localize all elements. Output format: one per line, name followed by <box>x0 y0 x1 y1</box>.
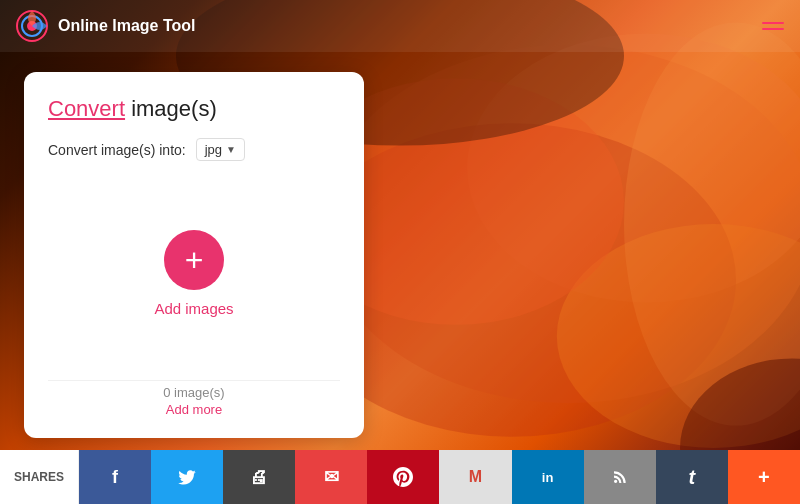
share-pinterest-button[interactable] <box>367 450 439 504</box>
share-facebook-button[interactable]: f <box>79 450 151 504</box>
share-rss-button[interactable] <box>584 450 656 504</box>
format-dropdown[interactable]: jpg ▼ <box>196 138 245 161</box>
share-bar: SHARES f 🖨 ✉ M in t + <box>0 450 800 504</box>
upload-area: + Add images <box>48 177 340 360</box>
header-left: Online Image Tool <box>16 10 196 42</box>
share-tumblr-button[interactable]: t <box>656 450 728 504</box>
share-gmail-button[interactable]: M <box>439 450 511 504</box>
share-twitter-button[interactable] <box>151 450 223 504</box>
share-print-button[interactable]: 🖨 <box>223 450 295 504</box>
card-title: Convert image(s) <box>48 96 340 122</box>
share-more-button[interactable]: + <box>728 450 800 504</box>
add-more-link[interactable]: Add more <box>166 402 222 417</box>
share-linkedin-button[interactable]: in <box>512 450 584 504</box>
dropdown-arrow-icon: ▼ <box>226 144 236 155</box>
image-count: 0 image(s) <box>48 385 340 400</box>
share-email-button[interactable]: ✉ <box>295 450 367 504</box>
add-images-button[interactable]: + <box>164 230 224 290</box>
format-value: jpg <box>205 142 222 157</box>
hamburger-line-2 <box>762 28 784 30</box>
header-title: Online Image Tool <box>58 17 196 35</box>
add-images-label: Add images <box>154 300 233 317</box>
card-title-rest: image(s) <box>125 96 217 121</box>
convert-card: Convert image(s) Convert image(s) into: … <box>24 72 364 438</box>
header: Online Image Tool <box>0 0 800 52</box>
main-content: Convert image(s) Convert image(s) into: … <box>0 52 800 458</box>
convert-label: Convert image(s) into: <box>48 142 186 158</box>
convert-row: Convert image(s) into: jpg ▼ <box>48 138 340 161</box>
logo-icon <box>16 10 48 42</box>
shares-label: SHARES <box>0 450 79 504</box>
card-footer: 0 image(s) Add more <box>48 380 340 418</box>
card-title-highlight: Convert <box>48 96 125 121</box>
hamburger-line-1 <box>762 22 784 24</box>
hamburger-menu-icon[interactable] <box>762 22 784 30</box>
